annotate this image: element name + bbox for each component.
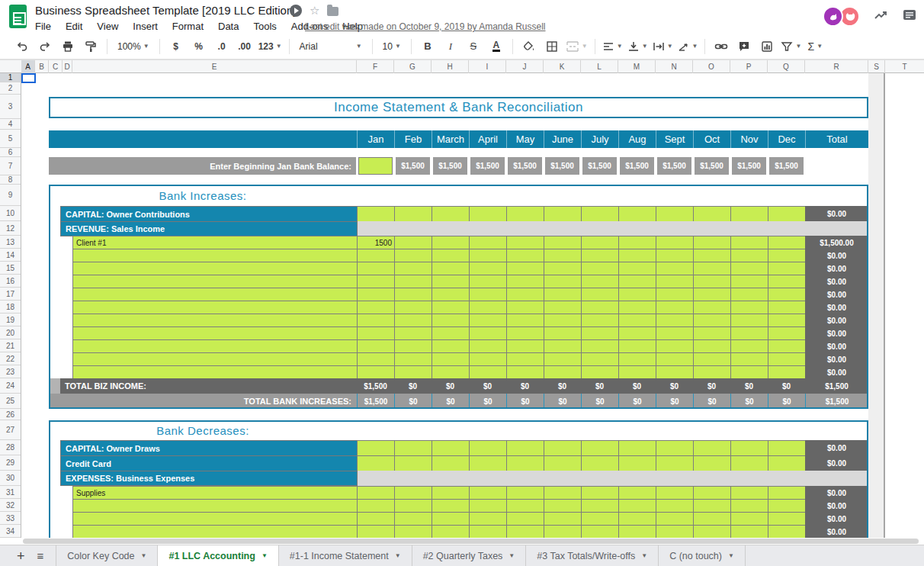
income-detail-cell[interactable]: 1500 bbox=[357, 236, 395, 249]
expense-detail-total[interactable]: $0.00 bbox=[805, 512, 868, 526]
col-header-S[interactable]: S bbox=[868, 60, 885, 73]
row-header-21[interactable]: 21 bbox=[0, 339, 21, 352]
capital-draws-cell[interactable] bbox=[693, 440, 731, 456]
total-bank-row-bg[interactable] bbox=[49, 394, 868, 409]
row-headers[interactable]: 1234567891012131415161718192021222324252… bbox=[0, 73, 21, 538]
income-detail-cell[interactable] bbox=[730, 249, 768, 262]
income-detail-label[interactable] bbox=[72, 339, 358, 353]
income-detail-cell[interactable] bbox=[730, 326, 768, 340]
col-header-Q[interactable]: Q bbox=[768, 60, 805, 73]
horizontal-align-icon[interactable]: ▼ bbox=[602, 37, 623, 56]
credit-card-cell[interactable] bbox=[618, 455, 656, 471]
income-detail-cell[interactable] bbox=[730, 275, 768, 288]
comments-icon[interactable] bbox=[903, 9, 916, 24]
col-header-M[interactable]: M bbox=[618, 60, 656, 73]
total-biz-value[interactable]: $0 bbox=[469, 378, 506, 394]
row-header-23[interactable]: 23 bbox=[0, 365, 21, 378]
income-detail-cell[interactable] bbox=[357, 275, 395, 288]
credit-card-label[interactable]: Credit Card bbox=[60, 455, 358, 471]
expense-detail-cell[interactable] bbox=[768, 525, 806, 539]
col-header-N[interactable]: N bbox=[656, 60, 693, 73]
insert-comment-icon[interactable] bbox=[735, 37, 753, 56]
income-detail-cell[interactable] bbox=[357, 339, 395, 353]
income-detail-cell[interactable] bbox=[432, 275, 470, 288]
income-detail-cell[interactable] bbox=[768, 365, 806, 379]
more-formats-icon[interactable]: 123▼ bbox=[258, 37, 282, 56]
income-detail-cell[interactable] bbox=[394, 339, 432, 353]
income-detail-cell[interactable] bbox=[656, 249, 694, 262]
expense-detail-cell[interactable] bbox=[693, 499, 731, 513]
total-bank-value[interactable]: $0 bbox=[506, 394, 544, 409]
month-header-feb[interactable]: Feb bbox=[394, 130, 432, 148]
row-header-19[interactable]: 19 bbox=[0, 314, 21, 326]
income-detail-cell[interactable] bbox=[618, 301, 656, 314]
income-detail-cell[interactable] bbox=[432, 352, 470, 366]
credit-card-cell[interactable] bbox=[581, 455, 619, 471]
row-header-22[interactable]: 22 bbox=[0, 352, 21, 365]
income-detail-cell[interactable] bbox=[469, 262, 507, 275]
income-detail-cell[interactable] bbox=[432, 236, 470, 249]
total-biz-value[interactable]: $0 bbox=[432, 378, 469, 394]
capital-month-cell[interactable] bbox=[693, 206, 731, 222]
expense-detail-cell[interactable] bbox=[544, 499, 582, 513]
income-detail-cell[interactable] bbox=[357, 288, 395, 301]
capital-draws-cell[interactable] bbox=[730, 440, 768, 456]
expense-detail-cell[interactable] bbox=[618, 499, 656, 513]
income-detail-cell[interactable] bbox=[394, 314, 432, 327]
row-header-29[interactable]: 29 bbox=[0, 455, 21, 471]
beginning-balance-jan-input[interactable] bbox=[358, 157, 393, 175]
col-header-P[interactable]: P bbox=[730, 60, 768, 73]
income-detail-cell[interactable] bbox=[768, 288, 806, 301]
row-header-20[interactable]: 20 bbox=[0, 326, 21, 339]
month-header-total[interactable]: Total bbox=[805, 130, 868, 148]
row-header-32[interactable]: 32 bbox=[0, 499, 21, 512]
beginning-balance-value[interactable]: $1,500 bbox=[433, 157, 467, 175]
expense-detail-cell[interactable] bbox=[618, 486, 656, 500]
income-detail-total[interactable]: $0.00 bbox=[805, 249, 868, 262]
beginning-balance-label[interactable]: Enter Beginning Jan Bank Balance: bbox=[49, 157, 356, 175]
total-bank-value[interactable]: $0 bbox=[544, 394, 581, 409]
month-header-june[interactable]: June bbox=[544, 130, 581, 148]
income-detail-cell[interactable] bbox=[730, 236, 768, 249]
income-detail-label[interactable]: Client #1 bbox=[72, 236, 358, 249]
income-detail-cell[interactable] bbox=[693, 275, 731, 288]
print-icon[interactable] bbox=[59, 37, 77, 56]
text-rotation-icon[interactable]: ▼ bbox=[678, 37, 698, 56]
income-detail-total[interactable]: $0.00 bbox=[805, 301, 868, 314]
filter-icon[interactable]: ▼ bbox=[781, 37, 801, 56]
income-detail-cell[interactable] bbox=[469, 339, 507, 353]
income-detail-cell[interactable] bbox=[394, 301, 432, 314]
row-header-15[interactable]: 15 bbox=[0, 262, 21, 275]
capital-draws-cell[interactable] bbox=[618, 440, 656, 456]
sheet-tab--3-tax-totals-write-offs[interactable]: #3 Tax Totals/Write-offs▼ bbox=[525, 545, 658, 566]
income-detail-cell[interactable] bbox=[544, 288, 582, 301]
explore-trend-icon[interactable] bbox=[874, 9, 889, 24]
income-detail-cell[interactable] bbox=[469, 249, 507, 262]
income-detail-cell[interactable] bbox=[693, 262, 731, 275]
income-detail-cell[interactable] bbox=[469, 301, 507, 314]
bank-increases-title[interactable]: Bank Increases: bbox=[49, 185, 357, 206]
font-select[interactable]: Arial▼ bbox=[297, 37, 365, 56]
income-detail-cell[interactable] bbox=[730, 352, 768, 366]
all-sheets-icon[interactable]: ≡ bbox=[37, 550, 44, 561]
expense-detail-cell[interactable] bbox=[394, 525, 432, 539]
expense-detail-cell[interactable] bbox=[656, 512, 694, 526]
total-bank-value[interactable]: $0 bbox=[730, 394, 768, 409]
income-detail-cell[interactable] bbox=[469, 326, 507, 340]
income-detail-cell[interactable] bbox=[768, 314, 806, 327]
income-detail-cell[interactable] bbox=[544, 326, 582, 340]
row-header-18[interactable]: 18 bbox=[0, 301, 21, 314]
income-detail-cell[interactable] bbox=[506, 326, 544, 340]
bank-decreases-title[interactable]: Bank Decreases: bbox=[49, 420, 357, 440]
beginning-balance-value[interactable]: $1,500 bbox=[620, 157, 654, 175]
row-header-28[interactable]: 28 bbox=[0, 440, 21, 455]
col-header-T[interactable]: T bbox=[885, 60, 924, 73]
menu-format[interactable]: Format bbox=[172, 21, 204, 32]
row-header-31[interactable]: 31 bbox=[0, 486, 21, 499]
income-detail-total[interactable]: $0.00 bbox=[805, 262, 868, 275]
month-header-sept[interactable]: Sept bbox=[656, 130, 693, 148]
capital-contributions-label[interactable]: CAPITAL: Owner Contributions bbox=[60, 206, 358, 222]
income-detail-cell[interactable] bbox=[693, 288, 731, 301]
income-detail-cell[interactable] bbox=[656, 352, 694, 366]
income-detail-cell[interactable] bbox=[730, 314, 768, 327]
